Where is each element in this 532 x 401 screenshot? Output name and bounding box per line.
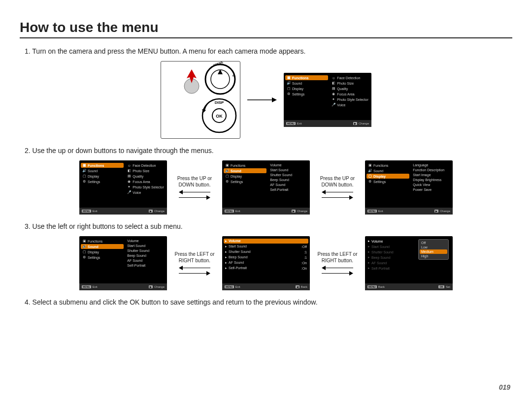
between-leftright-1: Press the LEFT or RIGHT button. (174, 251, 215, 276)
step-3-figures: ▣Functions 🔊Sound ▢Display ⚙Settings Vol… (20, 236, 512, 290)
camera-illustration: SCENE S OK DISP (161, 61, 240, 139)
between-updown-2: Press the UP or DOWN button. (317, 175, 358, 200)
simple-arrow-right (247, 97, 277, 103)
step-2-figures: ▣Functions 🔊Sound ▢Display ⚙Settings ☺Fa… (20, 160, 512, 215)
step-1-text: 1. Turn on the camera and press the MENU… (25, 47, 512, 55)
step-4-text: 4. Select a submenu and click the OK but… (25, 298, 512, 306)
lcd-functions: ▣Functions 🔊Sound ▢Display ⚙Settings ☺Fa… (284, 73, 371, 127)
lcd-sound-detail: ▸VolumeMedium ▸Start Sound:Off ▸Shutter … (222, 236, 310, 290)
between-updown-1: Press the UP or DOWN button. (174, 175, 215, 200)
between-leftright-2: Press the LEFT or RIGHT button. (317, 251, 358, 276)
display-icon: ▢ (287, 87, 291, 91)
step-1-figures: SCENE S OK DISP ▣Functions (20, 61, 512, 139)
settings-icon: ⚙ (287, 92, 291, 96)
step-2-text: 2. Use the up or down buttons to navigat… (25, 147, 512, 154)
step-3-text: 3. Use the left or right buttons to sele… (25, 222, 512, 230)
page-number: 019 (499, 383, 510, 391)
lcd-sound-2: ▣Functions 🔊Sound ▢Display ⚙Settings Vol… (79, 236, 167, 290)
svg-text:OK: OK (216, 114, 223, 119)
svg-text:DISP: DISP (215, 100, 224, 105)
lcd-display: ▣Functions 🔊Sound ▢Display ⚙Settings Lan… (365, 160, 453, 215)
lcd-functions-2: ▣Functions 🔊Sound ▢Display ⚙Settings ☺Fa… (79, 160, 167, 215)
lcd-volume-popup: ▸Volume ▸Start Sound ▸Shutter Sound ▸Bee… (365, 236, 453, 290)
camera-icon: ▣ (287, 76, 291, 80)
volume-options-popup: Off Low Medium High (418, 239, 449, 260)
page-title: How to use the menu (20, 20, 512, 38)
sound-icon: 🔊 (287, 81, 291, 85)
lcd-sound: ▣Functions 🔊Sound ▢Display ⚙Settings Vol… (222, 160, 310, 215)
